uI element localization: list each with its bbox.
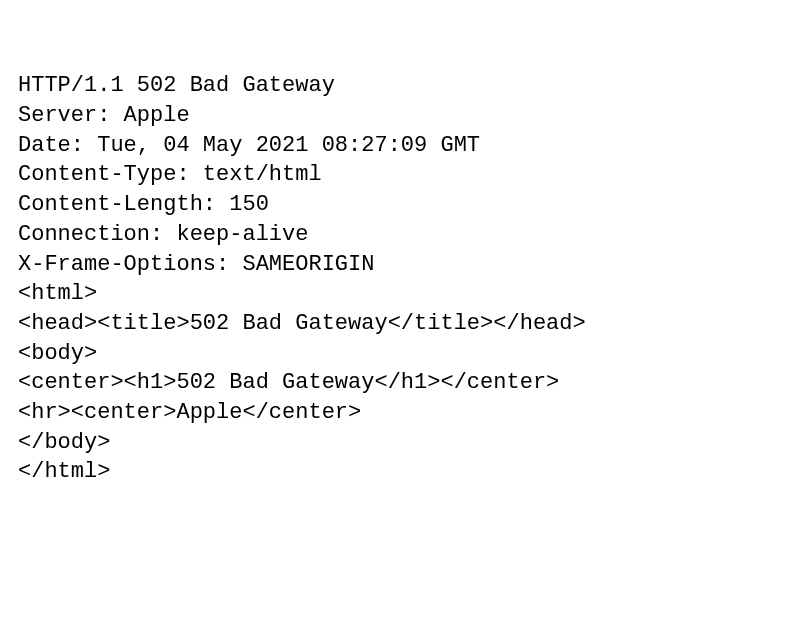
body-html-open: <html> — [18, 279, 792, 309]
body-head-title: <head><title>502 Bad Gateway</title></he… — [18, 309, 792, 339]
body-html-close: </html> — [18, 457, 792, 487]
body-hr-center: <hr><center>Apple</center> — [18, 398, 792, 428]
header-content-length: Content-Length: 150 — [18, 190, 792, 220]
body-body-close: </body> — [18, 428, 792, 458]
body-body-open: <body> — [18, 339, 792, 369]
header-content-type: Content-Type: text/html — [18, 160, 792, 190]
header-x-frame-options: X-Frame-Options: SAMEORIGIN — [18, 250, 792, 280]
header-date: Date: Tue, 04 May 2021 08:27:09 GMT — [18, 131, 792, 161]
body-center-h1: <center><h1>502 Bad Gateway</h1></center… — [18, 368, 792, 398]
header-connection: Connection: keep-alive — [18, 220, 792, 250]
header-server: Server: Apple — [18, 101, 792, 131]
http-status-line: HTTP/1.1 502 Bad Gateway — [18, 71, 792, 101]
